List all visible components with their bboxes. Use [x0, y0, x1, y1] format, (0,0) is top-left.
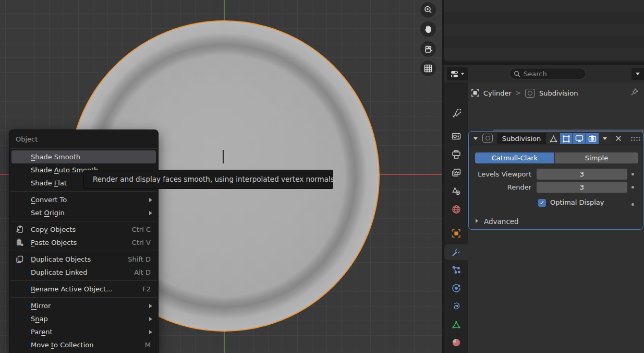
breadcrumb-modifier[interactable]: Subdivision — [539, 89, 578, 97]
header-options-button[interactable] — [631, 68, 644, 80]
shortcut-label: F2 — [142, 283, 151, 296]
pan-button[interactable] — [420, 21, 436, 37]
pin-icon[interactable] — [630, 88, 639, 96]
search-input[interactable] — [524, 70, 576, 78]
chevron-down-icon — [603, 137, 607, 140]
search-field[interactable] — [509, 68, 586, 79]
breadcrumb-separator: > — [516, 89, 521, 97]
menu-separator — [10, 297, 157, 298]
levels-viewport-field[interactable]: 3 — [537, 169, 627, 180]
menu-item-paste-objects[interactable]: Paste Objects Ctrl V — [9, 236, 158, 249]
menu-title: Object — [9, 133, 158, 147]
animate-dot[interactable] — [631, 186, 634, 189]
render-levels-field[interactable]: 3 — [537, 182, 627, 193]
subdivision-modifier-icon — [482, 134, 493, 143]
expand-chevron-icon[interactable] — [473, 137, 478, 140]
paste-icon — [15, 238, 24, 247]
tab-world[interactable] — [444, 202, 468, 217]
grid-ortho-button[interactable] — [420, 61, 436, 76]
tab-object-data[interactable] — [444, 317, 468, 333]
animate-dot[interactable] — [631, 203, 634, 206]
menu-separator — [10, 251, 157, 251]
shortcut-label: Ctrl C — [132, 223, 151, 236]
menu-item-shade-smooth[interactable]: Shade Smooth — [11, 150, 156, 163]
advanced-section-toggle[interactable]: Advanced — [484, 217, 519, 226]
submenu-arrow-icon — [149, 317, 152, 321]
modifier-name-field[interactable]: Subdivision — [497, 133, 546, 144]
on-cage-icon — [549, 135, 558, 143]
object-icon — [471, 89, 479, 97]
particles-icon — [452, 265, 461, 275]
view-layer-icon — [452, 168, 461, 178]
outliner-region[interactable] — [444, 0, 644, 62]
properties-header — [444, 65, 644, 83]
editor-type-button[interactable] — [447, 67, 468, 80]
zoom-button[interactable] — [420, 2, 436, 18]
levels-viewport-label: Levels Viewport — [469, 169, 531, 180]
menu-separator — [10, 221, 157, 221]
type-catmull-clark-button[interactable]: Catmull-Clark — [475, 152, 554, 163]
tab-tool[interactable] — [444, 106, 468, 122]
menu-separator — [10, 280, 157, 281]
toggle-display-viewport[interactable] — [573, 133, 586, 144]
cursor-tick — [223, 150, 224, 163]
optimal-display-checkbox[interactable]: ✓ — [538, 199, 546, 207]
viewport-3d[interactable]: Object Shade Smooth Shade Auto Smooth Sh… — [0, 0, 442, 353]
menu-item-convert-to[interactable]: Convert To — [9, 193, 158, 206]
object-context-menu: Object Shade Smooth Shade Auto Smooth Sh… — [9, 130, 159, 353]
menu-item-mirror[interactable]: Mirror — [9, 299, 158, 312]
tab-render[interactable] — [444, 128, 468, 144]
tab-view-layer[interactable] — [444, 165, 468, 181]
world-icon — [452, 205, 461, 214]
tab-object[interactable] — [444, 226, 468, 241]
toggle-on-cage[interactable] — [547, 133, 560, 144]
blender-window: Object Shade Smooth Shade Auto Smooth Sh… — [0, 0, 644, 353]
toggle-edit-mode[interactable] — [560, 133, 573, 144]
menu-item-parent[interactable]: Parent — [9, 325, 158, 338]
breadcrumb-object[interactable]: Cylinder — [483, 89, 512, 97]
physics-icon — [452, 284, 461, 293]
breadcrumb: Cylinder > Subdivision — [471, 88, 578, 98]
menu-item-duplicate-linked[interactable]: Duplicate Linked Alt D — [9, 266, 158, 279]
menu-item-set-origin[interactable]: Set Origin — [9, 206, 158, 219]
close-icon[interactable] — [615, 135, 622, 142]
submenu-arrow-icon — [149, 198, 152, 202]
tab-modifiers-active[interactable] — [444, 244, 468, 260]
tool-icon — [452, 109, 461, 119]
camera-view-button[interactable] — [420, 41, 436, 57]
type-simple-button[interactable]: Simple — [555, 152, 638, 163]
tab-output[interactable] — [444, 147, 468, 162]
menu-item-duplicate-objects[interactable]: Duplicate Objects Shift D — [9, 253, 158, 266]
submenu-arrow-icon — [149, 304, 152, 308]
render-icon — [452, 132, 461, 141]
mesh-data-icon — [452, 320, 461, 330]
grid-ortho-icon — [423, 64, 433, 73]
tab-particles[interactable] — [444, 262, 468, 278]
toggle-display-render[interactable] — [586, 133, 599, 144]
modifier-panel-header[interactable]: Subdivision — [469, 132, 643, 146]
render-camera-icon — [588, 135, 597, 143]
menu-item-snap[interactable]: Snap — [9, 312, 158, 325]
chevron-right-icon — [476, 219, 478, 223]
animate-dot[interactable] — [631, 173, 634, 175]
material-icon — [452, 338, 461, 347]
output-icon — [452, 150, 461, 159]
submenu-arrow-icon — [149, 330, 152, 334]
menu-item-rename-active-object[interactable]: Rename Active Object... F2 — [9, 283, 158, 296]
subdivision-modifier-icon — [525, 89, 535, 98]
tab-constraints[interactable] — [444, 299, 468, 314]
scene-icon — [452, 186, 461, 196]
properties-editor-icon — [451, 70, 460, 78]
menu-item-move-to-collection[interactable]: Move to Collection M — [9, 338, 158, 351]
tab-scene[interactable] — [444, 183, 468, 199]
modifier-extras-button[interactable] — [599, 133, 611, 144]
tab-material[interactable] — [444, 335, 468, 350]
tab-physics[interactable] — [444, 280, 468, 296]
constraints-icon — [452, 302, 461, 311]
edit-mode-icon — [562, 135, 570, 143]
drag-grip-icon[interactable] — [630, 136, 641, 141]
zoom-icon — [423, 5, 433, 15]
properties-tab-strip — [444, 83, 468, 353]
submenu-arrow-icon — [149, 211, 152, 215]
menu-item-copy-objects[interactable]: Copy Objects Ctrl C — [9, 223, 158, 236]
